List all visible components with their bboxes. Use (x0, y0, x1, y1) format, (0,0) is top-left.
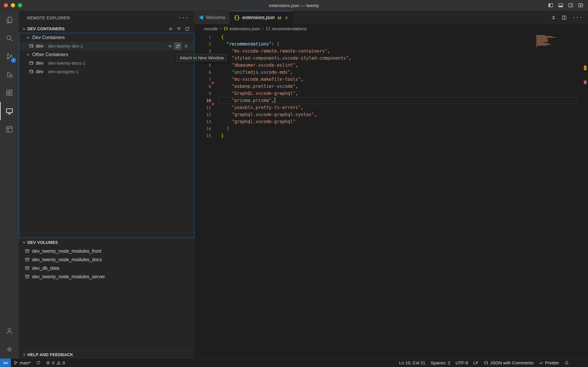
line-number: 5 (194, 62, 211, 69)
window-controls (0, 3, 22, 7)
activity-item-extensions[interactable] (0, 84, 19, 102)
more-actions-icon[interactable]: ··· (572, 15, 583, 20)
line-text: "dbaeumer.vscode-eslint", (211, 62, 298, 69)
code-line[interactable]: 11 "yoavbls.pretty-ts-errors", (194, 104, 588, 111)
breadcrumb-item[interactable]: .vscode (203, 26, 218, 31)
minimize-window-button[interactable] (11, 3, 15, 7)
filter-button[interactable] (176, 26, 181, 31)
json-icon: {} (234, 15, 240, 20)
refresh-button[interactable] (185, 26, 190, 31)
section-label: DEV CONTAINERS (27, 26, 65, 31)
code-line[interactable]: 8 "esbenp.prettier-vscode", (194, 83, 588, 90)
activity-item-source-control[interactable]: 1 (0, 47, 19, 66)
code-line[interactable]: 14 ] (194, 125, 588, 132)
section-header-dev-volumes[interactable]: DEV VOLUMES (19, 238, 194, 247)
code-line[interactable]: 9 "GraphQL.vscode-graphql", (194, 90, 588, 97)
code-line[interactable]: 4 "styled-components.vscode-styled-compo… (194, 55, 588, 62)
code-editor[interactable]: 1{2 "recommendations": [3 "ms-vscode-rem… (194, 33, 588, 358)
close-window-button[interactable] (4, 3, 8, 7)
container-item[interactable]: devdev-twenty-dev-1 (19, 42, 194, 50)
warning-count: 0 (63, 360, 65, 365)
activity-item-search[interactable] (0, 29, 19, 47)
activity-item-remote-explorer[interactable] (0, 102, 19, 120)
line-number: 13 (194, 118, 211, 125)
tab-extensions-json[interactable]: {}extensions.jsonM (230, 11, 293, 24)
volume-icon (25, 266, 30, 271)
group-label: Dev Containers (32, 35, 65, 40)
remote-indicator[interactable]: >< (0, 358, 11, 367)
status-sync[interactable] (34, 358, 43, 367)
breadcrumb-item[interactable]: []recommendations (265, 26, 307, 31)
section-label: HELP AND FEEDBACK (27, 352, 73, 357)
minimap[interactable] (536, 34, 557, 48)
line-text: { (211, 33, 224, 41)
status-language-mode[interactable]: {}JSON with Comments (481, 358, 536, 367)
code-line[interactable]: 13 "graphql.vscode-graphql" (194, 118, 588, 125)
line-text: "recommendations": [ (211, 41, 280, 48)
search-icon (6, 34, 13, 42)
container-item[interactable]: devdev-twenty-docs-1 (19, 59, 194, 67)
code-line[interactable]: 6 "unifiedjs.vscode-mdx", (194, 69, 588, 76)
toggle-secondary-sidebar-icon[interactable] (568, 3, 573, 8)
tab-welcome[interactable]: Welcome (194, 11, 230, 24)
container-item-icon (29, 43, 34, 48)
container-item[interactable]: devdev-postgres-1 (19, 67, 194, 76)
breadcrumb-label: recommendations (272, 26, 307, 31)
activity-item-manage[interactable]: ⚙ (0, 340, 19, 358)
activity-item-explorer[interactable] (0, 11, 19, 29)
code-line[interactable]: 2 "recommendations": [ (194, 41, 588, 48)
status-branch[interactable]: main* (11, 358, 34, 367)
code-line[interactable]: 12 "graphql.vscode-graphql-syntax", (194, 111, 588, 118)
close-tab-icon[interactable] (284, 16, 289, 20)
overview-ruler-mark (584, 81, 587, 84)
code-line[interactable]: 5 "dbaeumer.vscode-eslint", (194, 62, 588, 69)
activity-item-accounts[interactable] (0, 322, 19, 340)
volume-item[interactable]: dev_twenty_node_modules_front (19, 247, 194, 255)
breadcrumb-separator: › (220, 26, 221, 31)
attach-current-window-button[interactable] (166, 43, 173, 49)
status-indentation[interactable]: Spaces: 2 (428, 358, 453, 367)
editor-group: Welcome{}extensions.jsonM··· .vscode›{}e… (194, 11, 588, 358)
status-eol[interactable]: LF (471, 358, 481, 367)
tree-group[interactable]: Other Containers (19, 50, 194, 59)
more-actions-icon[interactable]: ··· (178, 15, 189, 21)
volume-item[interactable]: dev_db_data (19, 264, 194, 272)
attach-new-window-button[interactable] (174, 43, 181, 49)
activity-item-run-and-debug[interactable] (0, 66, 19, 84)
code-line[interactable]: 3 "ms-vscode-remote.remote-containers", (194, 48, 588, 55)
remove-button[interactable] (183, 43, 189, 49)
code-line[interactable]: 10 "prisma.prisma", (194, 97, 588, 104)
volume-item[interactable]: dev_twenty_node_modules_server (19, 272, 194, 281)
status-encoding[interactable]: UTF-8 (453, 358, 471, 367)
status-formatter[interactable]: Prettier (536, 358, 562, 367)
status-cursor-position[interactable]: Ln 10, Col 21 (396, 358, 428, 367)
code-line[interactable]: 1{ (194, 33, 588, 41)
status-notifications[interactable] (562, 358, 572, 367)
code-line[interactable]: 7 "ms-vscode.makefile-tools", (194, 76, 588, 83)
status-label: Prettier (545, 360, 559, 365)
status-problems[interactable]: 00 (43, 358, 68, 367)
tree-group[interactable]: Dev Containers (19, 33, 194, 42)
section-header-help-and-feedback[interactable]: HELP AND FEEDBACK (19, 351, 194, 358)
code-line[interactable]: 15} (194, 132, 588, 139)
tab-bar-space (293, 11, 551, 24)
toggle-primary-sidebar-icon[interactable] (548, 3, 553, 8)
activity-item-containers[interactable] (0, 120, 19, 138)
line-text: "yoavbls.pretty-ts-errors", (211, 104, 303, 111)
customize-layout-icon[interactable] (578, 3, 583, 8)
zoom-window-button[interactable] (18, 3, 22, 7)
dev-volumes-list: dev_twenty_node_modules_frontdev_twenty_… (19, 247, 194, 281)
section-header-dev-containers[interactable]: DEV CONTAINERS (19, 25, 194, 33)
debug-icon (6, 71, 13, 78)
toggle-panel-icon[interactable] (558, 3, 563, 8)
split-editor-icon[interactable] (562, 15, 567, 20)
line-text: "prisma.prisma", (211, 97, 275, 104)
status-label: JSON with Comments (490, 360, 534, 365)
open-changes-icon[interactable] (551, 15, 556, 20)
container-description: dev-twenty-docs-1 (48, 61, 86, 66)
volume-item[interactable]: dev_twenty_node_modules_docs (19, 255, 194, 264)
volume-label: dev_twenty_node_modules_server (32, 274, 105, 279)
add-button[interactable] (168, 26, 173, 31)
sidebar-title-row: REMOTE EXPLORER ··· (19, 11, 194, 25)
breadcrumb-item[interactable]: {}extensions.json (223, 26, 260, 31)
